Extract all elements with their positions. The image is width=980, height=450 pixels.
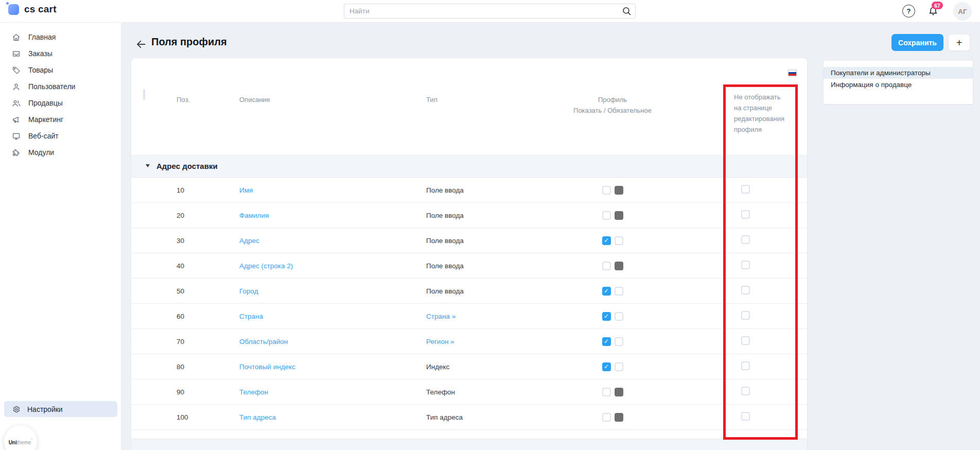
row-position: 10 [160,186,221,194]
profile-fields-table: Поз. Описание Тип Профиль Показать / Обя… [131,58,807,450]
hide-checkbox[interactable] [741,412,750,421]
sidebar-item-settings[interactable]: Настройки [4,401,117,417]
sidebar-item[interactable]: Главная [0,29,121,45]
row-description-link[interactable]: Фамилия [239,212,269,219]
required-checkbox[interactable] [615,337,623,346]
sidebar-nav: Главная Заказы Товары Пользователи [0,23,121,161]
modules-icon [11,148,21,158]
row-type: Поле ввода [426,287,464,295]
show-checkbox[interactable] [602,262,611,270]
back-button[interactable] [135,38,147,50]
row-description-link[interactable]: Город [239,287,258,295]
row-type: Поле ввода [426,262,464,270]
required-checkbox[interactable] [615,362,623,371]
notifications-button[interactable]: 67 [927,4,941,19]
required-checkbox[interactable] [615,413,623,422]
row-position: 100 [160,413,221,421]
unitheme-badge[interactable]: Unitheme° [4,425,37,450]
products-icon [11,65,21,75]
profile-types-panel: Покупатели и администраторы Информация о… [824,61,973,104]
required-checkbox[interactable] [615,388,623,396]
sidebar-item[interactable]: Товары [0,62,121,78]
hide-checkbox[interactable] [741,311,750,320]
show-checkbox[interactable] [602,211,611,220]
column-header-hide: Не отображать на странице редактирования… [700,90,807,135]
show-checkbox[interactable] [602,337,611,346]
search-input[interactable] [344,4,636,19]
row-description-link[interactable]: Адрес (строка 2) [239,262,293,270]
row-description-link[interactable]: Область/район [239,338,288,345]
row-position: 80 [160,363,221,371]
table-row: 80 Почтовый индекс Индекс [131,354,807,379]
required-checkbox[interactable] [615,312,623,321]
row-type[interactable]: Страна » [426,313,456,320]
gear-icon [12,405,21,414]
table-row: 100 Тип адреса Тип адреса [131,405,807,430]
row-description-link[interactable]: Почтовый индекс [239,363,295,371]
vendors-icon [11,98,21,108]
required-checkbox[interactable] [615,236,623,245]
row-type: Поле ввода [426,186,464,194]
sidebar-item[interactable]: Продавцы [0,95,121,111]
marketing-icon [11,115,21,125]
russian-flag-icon[interactable] [788,70,797,76]
column-header-profile: Профиль Показать / Обязательное [525,90,700,116]
website-icon [11,131,21,141]
row-position: 60 [160,313,221,320]
cs-cart-admin-screen: cs cart ? 67 АГ Главная [0,0,980,450]
cs-cart-logo[interactable]: cs cart [8,4,57,15]
hide-checkbox[interactable] [741,361,750,370]
sidebar-item[interactable]: Модули [0,144,121,161]
add-button[interactable]: + [948,34,970,51]
row-description-link[interactable]: Телефон [239,388,268,396]
sidebar-item[interactable]: Веб-сайт [0,128,121,144]
row-type: Поле ввода [426,237,464,245]
table-row: 60 Страна Страна » [131,304,807,329]
required-checkbox[interactable] [615,186,623,195]
hide-checkbox[interactable] [741,336,750,345]
show-checkbox[interactable] [602,236,611,245]
hide-checkbox[interactable] [741,185,750,194]
row-type: Поле ввода [426,212,464,219]
table-row: 30 Адрес Поле ввода [131,228,807,253]
show-checkbox[interactable] [602,186,611,195]
sidebar-item[interactable]: Маркетинг [0,111,121,128]
hide-checkbox[interactable] [741,387,750,395]
required-checkbox[interactable] [615,262,623,270]
hide-checkbox[interactable] [741,235,750,244]
page-title: Поля профиля [151,36,227,48]
section-header: Адрес доставки [131,154,807,178]
hide-checkbox[interactable] [741,286,750,295]
profile-type-item[interactable]: Покупатели и администраторы [824,67,973,79]
table-row: 10 Имя Поле ввода [131,178,807,203]
show-checkbox[interactable] [602,287,611,296]
table-row: 20 Фамилия Поле ввода [131,203,807,228]
help-icon[interactable]: ? [902,5,915,18]
select-all-checkbox[interactable] [143,89,145,100]
global-search [344,4,636,19]
row-position: 40 [160,262,221,270]
required-checkbox[interactable] [615,287,623,296]
row-description-link[interactable]: Страна [239,313,263,320]
section-title: Адрес доставки [156,162,218,170]
row-type: Тип адреса [426,413,463,421]
search-icon[interactable] [621,6,632,16]
hide-checkbox[interactable] [741,210,750,219]
profile-type-item[interactable]: Информация о продавце [824,79,973,91]
show-checkbox[interactable] [602,388,611,396]
sidebar-item[interactable]: Заказы [0,45,121,62]
required-checkbox[interactable] [615,211,623,220]
row-description-link[interactable]: Адрес [239,237,259,245]
collapse-triangle-icon[interactable] [146,164,150,167]
sidebar-item[interactable]: Пользователи [0,78,121,95]
row-description-link[interactable]: Тип адреса [239,413,276,421]
show-checkbox[interactable] [602,362,611,371]
row-description-link[interactable]: Имя [239,186,253,194]
show-checkbox[interactable] [602,312,611,321]
hide-checkbox[interactable] [741,261,750,269]
next-section-bar [131,439,807,450]
show-checkbox[interactable] [602,413,611,422]
row-type[interactable]: Регион » [426,338,454,345]
save-button[interactable]: Сохранить [891,34,943,51]
avatar[interactable]: АГ [953,2,972,21]
